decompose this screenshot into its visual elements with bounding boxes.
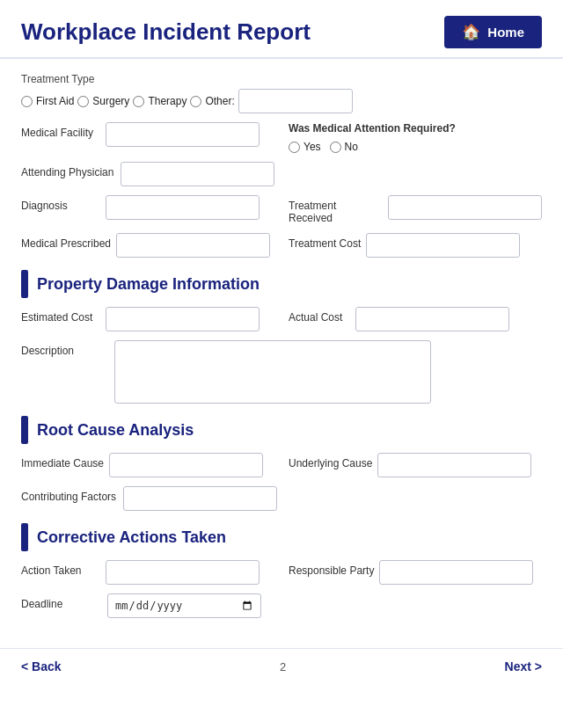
home-icon: 🏠 bbox=[462, 23, 480, 41]
radio-first-aid[interactable]: First Aid bbox=[21, 95, 74, 107]
header-divider bbox=[0, 57, 563, 59]
estimated-cost-input[interactable] bbox=[106, 307, 260, 331]
section-bar-property bbox=[21, 270, 28, 298]
medical-prescribed-input[interactable] bbox=[116, 233, 270, 258]
next-button[interactable]: Next > bbox=[505, 659, 542, 673]
estimated-cost-field: Estimated Cost bbox=[21, 307, 274, 331]
medical-prescribed-row: Medical Prescribed Treatment Cost bbox=[21, 233, 542, 258]
root-cause-title: Root Cause Analysis bbox=[37, 421, 194, 440]
root-cause-section-header: Root Cause Analysis bbox=[21, 416, 542, 444]
radio-yes[interactable]: Yes bbox=[289, 141, 321, 153]
action-taken-field: Action Taken bbox=[21, 560, 274, 585]
home-label: Home bbox=[487, 25, 524, 40]
treatment-received-input[interactable] bbox=[388, 195, 542, 220]
actual-cost-label: Actual Cost bbox=[289, 307, 350, 324]
radio-first-aid-label: First Aid bbox=[36, 95, 74, 107]
contributing-factors-row: Contributing Factors bbox=[21, 486, 542, 511]
footer: < Back 2 Next > bbox=[0, 648, 563, 682]
treatment-cost-label: Treatment Cost bbox=[289, 233, 361, 250]
underlying-cause-input[interactable] bbox=[377, 453, 531, 477]
medical-attention-title: Was Medical Attention Required? bbox=[289, 122, 542, 135]
page-number: 2 bbox=[280, 660, 286, 673]
medical-facility-label: Medical Facility bbox=[21, 122, 100, 139]
radio-surgery[interactable]: Surgery bbox=[77, 95, 129, 107]
treatment-cost-field: Treatment Cost bbox=[289, 233, 542, 258]
treatment-cost-input[interactable] bbox=[366, 233, 520, 258]
contributing-factors-label: Contributing Factors bbox=[21, 486, 116, 503]
immediate-cause-label: Immediate Cause bbox=[21, 453, 104, 470]
attending-physician-label: Attending Physician bbox=[21, 162, 113, 178]
attending-physician-input[interactable] bbox=[121, 162, 274, 186]
diagnosis-field: Diagnosis bbox=[21, 195, 274, 220]
medical-attention-block: Was Medical Attention Required? Yes No bbox=[289, 122, 542, 153]
radio-surgery-label: Surgery bbox=[92, 95, 129, 107]
treatment-received-field: Treatment Received bbox=[289, 195, 542, 224]
radio-surgery-input[interactable] bbox=[77, 96, 89, 107]
contributing-factors-input[interactable] bbox=[123, 486, 277, 511]
medical-facility-input[interactable] bbox=[106, 122, 260, 147]
immediate-cause-input[interactable] bbox=[109, 453, 263, 477]
radio-other-label: Other: bbox=[205, 95, 234, 107]
page-title: Workplace Incident Report bbox=[21, 18, 311, 46]
estimated-cost-label: Estimated Cost bbox=[21, 307, 100, 324]
actual-cost-input[interactable] bbox=[355, 307, 509, 331]
radio-yes-input[interactable] bbox=[289, 142, 300, 153]
radio-other[interactable]: Other: bbox=[190, 95, 234, 107]
section-bar-root-cause bbox=[21, 416, 28, 444]
deadline-row: Deadline bbox=[21, 593, 542, 618]
medical-facility-row: Medical Facility Was Medical Attention R… bbox=[21, 122, 542, 153]
medical-attention-radio-group: Yes No bbox=[289, 139, 542, 153]
responsible-party-field: Responsible Party bbox=[289, 560, 542, 585]
medical-prescribed-label: Medical Prescribed bbox=[21, 233, 111, 250]
medical-facility-field: Medical Facility bbox=[21, 122, 274, 147]
medical-prescribed-field: Medical Prescribed bbox=[21, 233, 274, 258]
treatment-received-label: Treatment Received bbox=[289, 195, 383, 224]
immediate-cause-field: Immediate Cause bbox=[21, 453, 274, 477]
other-text-input[interactable] bbox=[238, 89, 353, 113]
property-damage-section-header: Property Damage Information bbox=[21, 270, 542, 298]
underlying-cause-field: Underlying Cause bbox=[289, 453, 542, 477]
diagnosis-row: Diagnosis Treatment Received bbox=[21, 195, 542, 224]
radio-yes-label: Yes bbox=[303, 141, 321, 153]
diagnosis-input[interactable] bbox=[106, 195, 260, 220]
description-textarea[interactable] bbox=[114, 340, 431, 404]
diagnosis-label: Diagnosis bbox=[21, 195, 100, 212]
radio-therapy-input[interactable] bbox=[133, 96, 144, 107]
treatment-type-row: First Aid Surgery Therapy Other: bbox=[21, 89, 542, 113]
radio-therapy[interactable]: Therapy bbox=[133, 95, 186, 107]
back-button[interactable]: < Back bbox=[21, 659, 62, 673]
description-row: Description bbox=[21, 340, 542, 404]
property-damage-title: Property Damage Information bbox=[37, 275, 260, 294]
cost-row: Estimated Cost Actual Cost bbox=[21, 307, 542, 331]
action-taken-input[interactable] bbox=[106, 560, 260, 585]
attending-physician-row: Attending Physician bbox=[21, 162, 542, 186]
description-label: Description bbox=[21, 340, 100, 357]
radio-therapy-label: Therapy bbox=[148, 95, 186, 107]
actual-cost-field: Actual Cost bbox=[289, 307, 542, 331]
corrective-actions-title: Corrective Actions Taken bbox=[37, 528, 226, 547]
action-taken-label: Action Taken bbox=[21, 560, 100, 577]
underlying-cause-label: Underlying Cause bbox=[289, 453, 372, 470]
deadline-label: Deadline bbox=[21, 593, 100, 610]
radio-other-input[interactable] bbox=[190, 96, 201, 107]
section-bar-corrective bbox=[21, 523, 28, 551]
radio-no[interactable]: No bbox=[330, 141, 358, 153]
treatment-type-label: Treatment Type bbox=[21, 73, 542, 85]
radio-no-input[interactable] bbox=[330, 142, 341, 153]
responsible-party-input[interactable] bbox=[379, 560, 533, 585]
radio-first-aid-input[interactable] bbox=[21, 96, 33, 107]
cause-row: Immediate Cause Underlying Cause bbox=[21, 453, 542, 477]
deadline-input[interactable] bbox=[107, 593, 261, 618]
corrective-actions-section-header: Corrective Actions Taken bbox=[21, 523, 542, 551]
home-button[interactable]: 🏠 Home bbox=[444, 16, 542, 48]
radio-no-label: No bbox=[345, 141, 358, 153]
action-row: Action Taken Responsible Party bbox=[21, 560, 542, 585]
responsible-party-label: Responsible Party bbox=[289, 560, 374, 577]
